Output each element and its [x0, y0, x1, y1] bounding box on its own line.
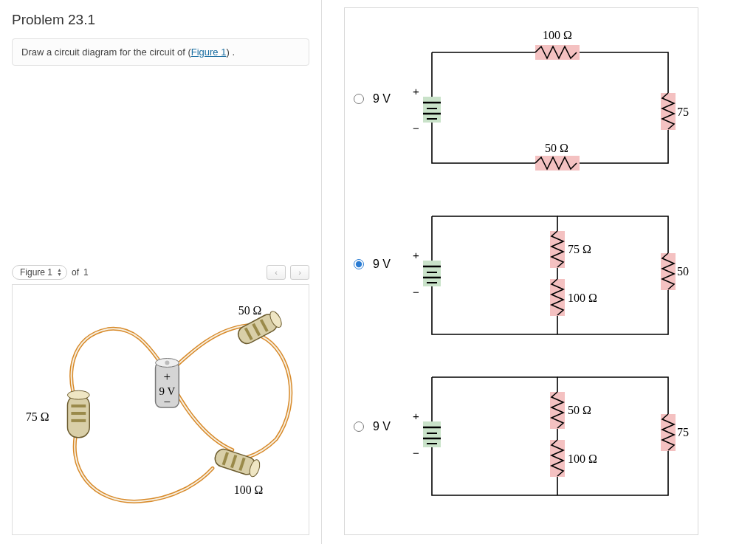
svg-rect-4 — [71, 419, 86, 422]
resistor-75: 75 Ω — [26, 390, 89, 438]
instruction-suffix: ) . — [226, 47, 235, 58]
figure-link[interactable]: Figure 1 — [191, 47, 227, 58]
stepper-icon: ▲▼ — [57, 268, 62, 277]
circuit-option-b: 75 Ω 100 Ω 50 Ω + − — [410, 202, 690, 349]
svg-text:+: + — [413, 249, 419, 261]
svg-point-8 — [165, 360, 169, 365]
figure-of: of — [72, 267, 79, 278]
problem-pane: Problem 23.1 Draw a circuit diagram for … — [0, 0, 322, 544]
svg-text:100 Ω: 100 Ω — [568, 292, 597, 304]
resistor-50-label: 50 Ω — [238, 304, 262, 317]
svg-text:+: + — [163, 370, 171, 384]
option-b-voltage: 9 V — [373, 258, 391, 271]
figure-total: 1 — [83, 267, 89, 278]
instruction-prefix: Draw a circuit diagram for the circuit o… — [21, 47, 191, 58]
svg-text:50 Ω: 50 Ω — [545, 142, 568, 154]
option-b[interactable]: 9 V — [354, 258, 391, 271]
svg-text:−: − — [413, 447, 419, 459]
figure-select-label: Figure 1 — [20, 267, 52, 278]
figure-canvas: 75 Ω + 9 V − 50 Ω — [12, 284, 309, 535]
battery-9v: + 9 V − — [156, 359, 179, 410]
chevron-right-icon: › — [298, 268, 301, 277]
svg-text:75 Ω: 75 Ω — [568, 243, 591, 255]
figure-prev-button[interactable]: ‹ — [267, 265, 286, 280]
option-c-radio[interactable] — [354, 421, 364, 432]
svg-text:−: − — [413, 286, 419, 298]
option-b-radio[interactable] — [354, 259, 364, 269]
resistor-100-label: 100 Ω — [234, 483, 264, 496]
svg-text:+: + — [413, 85, 419, 97]
answer-frame: 9 V 9 V 9 V 100 Ω 50 Ω — [344, 7, 698, 535]
svg-text:75 Ω: 75 Ω — [26, 410, 49, 423]
option-a[interactable]: 9 V — [354, 92, 391, 106]
svg-text:50 Ω: 50 Ω — [568, 404, 591, 416]
figure-select[interactable]: Figure 1 ▲▼ — [12, 265, 67, 280]
figure-next-button[interactable]: › — [290, 265, 309, 280]
svg-text:100 Ω: 100 Ω — [568, 452, 597, 465]
option-a-radio[interactable] — [354, 94, 364, 104]
svg-text:100 Ω: 100 Ω — [543, 29, 572, 41]
svg-text:−: − — [163, 395, 171, 409]
svg-rect-2 — [71, 404, 86, 407]
problem-instruction: Draw a circuit diagram for the circuit o… — [12, 38, 309, 66]
svg-text:75 Ω: 75 Ω — [677, 106, 690, 118]
svg-text:50 Ω: 50 Ω — [677, 265, 690, 278]
physical-circuit-figure: 75 Ω + 9 V − 50 Ω — [13, 285, 309, 534]
svg-rect-0 — [67, 395, 89, 438]
option-c[interactable]: 9 V — [354, 420, 391, 433]
option-c-voltage: 9 V — [373, 420, 391, 433]
svg-text:−: − — [413, 122, 419, 134]
spacer — [0, 66, 321, 262]
svg-text:75 Ω: 75 Ω — [677, 426, 690, 438]
problem-title: Problem 23.1 — [0, 6, 321, 38]
figure-toolbar: Figure 1 ▲▼ of 1 ‹ › — [0, 262, 321, 284]
circuit-option-c: 50 Ω 100 Ω 75 Ω + − — [410, 362, 690, 510]
chevron-left-icon: ‹ — [275, 268, 278, 277]
svg-point-1 — [67, 390, 89, 399]
option-a-voltage: 9 V — [373, 92, 391, 106]
answer-pane: 9 V 9 V 9 V 100 Ω 50 Ω — [322, 0, 756, 544]
circuit-option-a: 100 Ω 50 Ω 75 Ω + − — [410, 23, 690, 185]
resistor-100 — [213, 447, 261, 478]
svg-rect-3 — [71, 412, 86, 415]
svg-text:+: + — [413, 410, 419, 422]
